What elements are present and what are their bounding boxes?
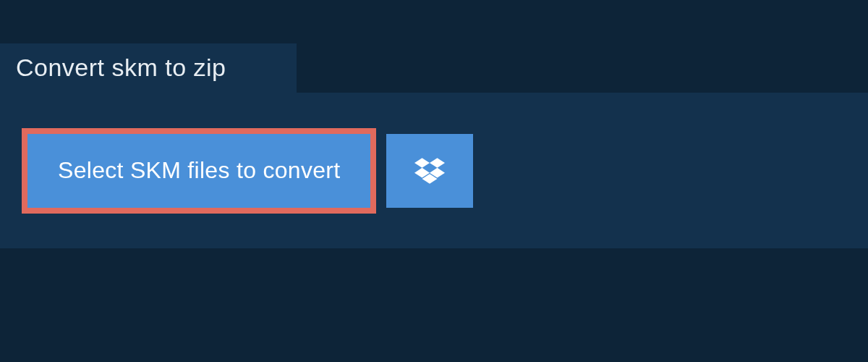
tab-title: Convert skm to zip	[16, 54, 226, 81]
upload-panel: Select SKM files to convert	[0, 93, 868, 248]
select-files-label: Select SKM files to convert	[58, 157, 340, 184]
tab-strip: Convert skm to zip	[0, 43, 297, 95]
tab-convert-skm-zip[interactable]: Convert skm to zip	[0, 43, 297, 95]
highlight-frame: Select SKM files to convert	[22, 128, 376, 214]
select-files-button[interactable]: Select SKM files to convert	[27, 134, 370, 208]
dropbox-icon	[414, 158, 445, 184]
dropbox-button[interactable]	[386, 134, 473, 208]
converter-page: Convert skm to zip Select SKM files to c…	[0, 0, 868, 362]
